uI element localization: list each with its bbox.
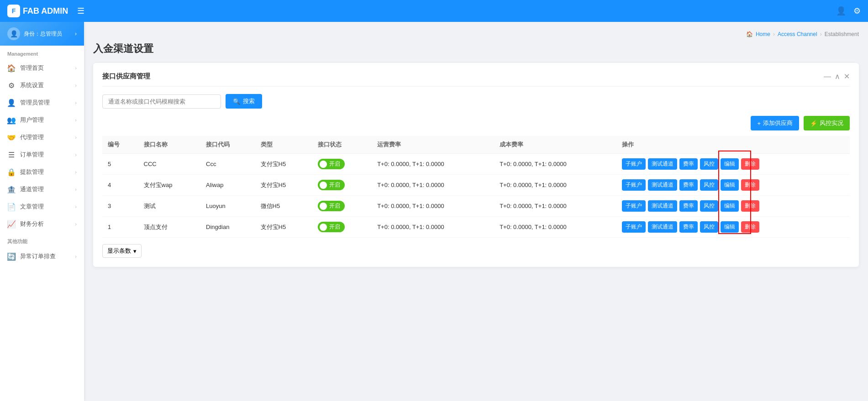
finance-icon: 📈 [7, 220, 16, 228]
test-channel-button[interactable]: 测试通道 [648, 221, 677, 233]
fee-button[interactable]: 费率 [679, 200, 698, 212]
sidebar-label-channel: 通道管理 [20, 185, 44, 193]
subaccount-button[interactable]: 子账户 [622, 221, 646, 233]
toggle-circle [320, 161, 327, 168]
close-icon[interactable]: ✕ [844, 72, 850, 81]
col-code: 接口代码 [200, 136, 255, 154]
test-channel-button[interactable]: 测试通道 [648, 158, 677, 170]
monitor-icon: ⚡ [810, 120, 817, 127]
sidebar-item-system[interactable]: ⚙ 系统设置 › [0, 77, 84, 94]
subaccount-button[interactable]: 子账户 [622, 200, 646, 212]
sidebar-label-withdraw: 提款管理 [20, 168, 44, 176]
status-toggle[interactable]: 开启 [318, 159, 345, 169]
cell-oprate: T+0: 0.0000, T+1: 0.0000 [372, 217, 494, 238]
cell-actions: 子账户 测试通道 费率 风控 编辑 删除 [616, 196, 850, 217]
cell-name: CCC [138, 154, 201, 175]
toggle-circle [320, 182, 327, 189]
edit-button[interactable]: 编辑 [721, 221, 739, 233]
test-channel-button[interactable]: 测试通道 [648, 200, 677, 212]
agents-chevron: › [75, 135, 77, 140]
cell-oprate: T+0: 0.0000, T+1: 0.0000 [372, 154, 494, 175]
sidebar-item-channel[interactable]: 🏦 通道管理 › [0, 181, 84, 198]
delete-button[interactable]: 删除 [741, 179, 759, 191]
delete-button[interactable]: 删除 [741, 221, 759, 233]
page-size-label: 显示条数 [107, 247, 131, 255]
user-info-panel: 👤 身份：总管理员 › [0, 22, 84, 46]
cell-code: Ccc [200, 154, 255, 175]
cell-oprate: T+0: 0.0000, T+1: 0.0000 [372, 196, 494, 217]
sidebar-item-article[interactable]: 📄 文章管理 › [0, 198, 84, 215]
breadcrumb-sep1: › [773, 31, 775, 37]
fee-button[interactable]: 费率 [679, 179, 698, 191]
subaccount-button[interactable]: 子账户 [622, 158, 646, 170]
sidebar-item-abnormal[interactable]: 🔄 异常订单排查 › [0, 248, 84, 265]
delete-button[interactable]: 删除 [741, 200, 759, 212]
user-profile-icon[interactable]: 👤 [836, 6, 846, 16]
sidebar-item-withdraw[interactable]: 🔒 提款管理 › [0, 163, 84, 181]
settings-icon[interactable]: ⚙ [853, 6, 861, 16]
sidebar-item-orders[interactable]: ☰ 订单管理 › [0, 146, 84, 163]
risk-button[interactable]: 风控 [700, 158, 718, 170]
admin-chevron: › [75, 100, 77, 105]
hamburger-icon[interactable]: ☰ [77, 6, 84, 16]
card-header-actions: — ∧ ✕ [824, 72, 850, 81]
cell-type: 支付宝H5 [255, 217, 312, 238]
monitor-button[interactable]: ⚡ 风控实况 [804, 116, 850, 130]
app-name: FAB ADMIN [23, 6, 68, 16]
article-icon: 📄 [7, 203, 16, 211]
status-toggle[interactable]: 开启 [318, 222, 345, 232]
sidebar-label-admin: 管理员管理 [20, 99, 50, 107]
sidebar-item-admin[interactable]: 👤 管理员管理 › [0, 94, 84, 111]
cell-actions: 子账户 测试通道 费率 风控 编辑 删除 [616, 217, 850, 238]
sidebar-item-finance[interactable]: 📈 财务分析 › [0, 215, 84, 233]
withdraw-chevron: › [75, 169, 77, 175]
admin-icon: 👤 [7, 99, 16, 107]
breadcrumb-sep2: › [820, 31, 822, 37]
sidebar-item-dashboard[interactable]: 🏠 管理首页 › [0, 59, 84, 77]
fee-button[interactable]: 费率 [679, 158, 698, 170]
edit-button[interactable]: 编辑 [721, 158, 739, 170]
cell-code: Luoyun [200, 196, 255, 217]
page-size-button[interactable]: 显示条数 ▾ [102, 244, 142, 258]
sidebar-label-orders: 订单管理 [20, 151, 44, 159]
card-header: 接口供应商管理 — ∧ ✕ [102, 72, 850, 87]
status-toggle[interactable]: 开启 [318, 180, 345, 190]
table-row: 1 顶点支付 Dingdian 支付宝H5 开启 T+0: 0.0000, T+… [102, 217, 850, 238]
cell-name: 顶点支付 [138, 217, 201, 238]
sidebar: 👤 身份：总管理员 › Management 🏠 管理首页 › ⚙ 系统设置 ›… [0, 22, 84, 401]
sidebar-item-agents[interactable]: 🤝 代理管理 › [0, 129, 84, 146]
breadcrumb-home[interactable]: Home [756, 31, 770, 37]
search-button[interactable]: 🔍 搜索 [226, 94, 262, 109]
edit-button[interactable]: 编辑 [721, 179, 739, 191]
cell-id: 3 [102, 196, 138, 217]
search-input[interactable] [102, 94, 221, 109]
channel-icon: 🏦 [7, 185, 16, 193]
main-content: 🏠 Home › Access Channel › Establishment … [84, 22, 868, 401]
page-size-chevron: ▾ [133, 248, 137, 255]
cell-costrate: T+0: 0.0000, T+1: 0.0000 [494, 217, 616, 238]
add-supplier-button[interactable]: + 添加供应商 [751, 116, 799, 130]
col-actions: 操作 [616, 136, 850, 154]
sidebar-label-dashboard: 管理首页 [20, 64, 44, 72]
delete-button[interactable]: 删除 [741, 158, 759, 170]
abnormal-chevron: › [75, 254, 77, 259]
card-title: 接口供应商管理 [102, 72, 150, 81]
cell-status: 开启 [312, 175, 372, 196]
cell-id: 4 [102, 175, 138, 196]
status-toggle[interactable]: 开启 [318, 201, 345, 211]
risk-button[interactable]: 风控 [700, 221, 718, 233]
subaccount-button[interactable]: 子账户 [622, 179, 646, 191]
minimize-icon[interactable]: — [824, 73, 831, 81]
col-costrate: 成本费率 [494, 136, 616, 154]
sidebar-item-users[interactable]: 👥 用户管理 › [0, 111, 84, 129]
risk-button[interactable]: 风控 [700, 179, 718, 191]
test-channel-button[interactable]: 测试通道 [648, 179, 677, 191]
user-info-chevron[interactable]: › [75, 31, 77, 37]
breadcrumb-access-channel[interactable]: Access Channel [778, 31, 817, 37]
table-row: 5 CCC Ccc 支付宝H5 开启 T+0: 0.0000, T+1: 0.0… [102, 154, 850, 175]
risk-button[interactable]: 风控 [700, 200, 718, 212]
users-chevron: › [75, 117, 77, 123]
edit-button[interactable]: 编辑 [721, 200, 739, 212]
expand-icon[interactable]: ∧ [835, 72, 840, 81]
fee-button[interactable]: 费率 [679, 221, 698, 233]
